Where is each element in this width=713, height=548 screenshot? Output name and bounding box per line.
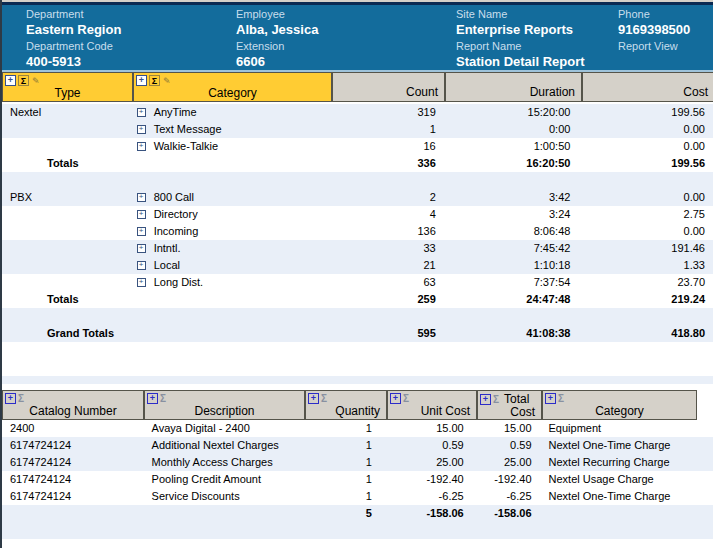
cell-cost: 0.00	[580, 121, 713, 138]
info-field-label: Report Name	[456, 40, 618, 53]
column-header-unit-cost[interactable]: + Σ Unit Cost	[387, 390, 477, 420]
cell-duration: 1:10:18	[444, 257, 581, 274]
cell-quantity: 1	[304, 471, 386, 488]
cell-type	[2, 121, 133, 138]
cell-totals-label: Totals	[2, 291, 133, 308]
column-header-quantity[interactable]: + Σ Quantity	[305, 390, 387, 420]
cell-count: 336	[331, 155, 444, 172]
expand-icon[interactable]: +	[137, 244, 146, 253]
cell-unit-cost: 0.59	[386, 437, 476, 454]
column-label-cost: Cost	[583, 85, 713, 101]
column-header-cost[interactable]: Cost	[582, 72, 713, 102]
spacer-row	[2, 172, 713, 189]
expand-all-icon[interactable]: +	[5, 75, 16, 86]
cell-type: Nextel	[2, 104, 133, 121]
cell-cost: 0.00	[580, 223, 713, 240]
cell-cost: 199.56	[580, 104, 713, 121]
table-row: +Intntl.337:45:42191.46	[2, 240, 713, 257]
table-row: +Incoming1368:06:480.00	[2, 223, 713, 240]
cell-duration: 24:47:48	[444, 291, 581, 308]
column-header-total-cost[interactable]: + Σ Total Cost	[477, 390, 542, 420]
cell-totals-label: Totals	[2, 155, 133, 172]
cell-description: Avaya Digital - 2400	[144, 420, 305, 437]
expand-icon[interactable]: +	[137, 227, 146, 236]
cell-cost: 0.00	[580, 189, 713, 206]
cell-category: Nextel One-Time Charge	[541, 437, 713, 454]
cell-type	[2, 274, 133, 291]
cell-totals-label: Grand Totals	[2, 325, 133, 342]
expand-all-icon[interactable]: +	[308, 393, 319, 404]
column-header-type[interactable]: + Σ ✎ Type	[2, 72, 133, 102]
expand-icon[interactable]: +	[137, 278, 146, 287]
cell-duration: 16:20:50	[444, 155, 581, 172]
sum-icon[interactable]: Σ	[18, 393, 24, 404]
info-field: Site NameEnterprise Reports	[456, 8, 618, 40]
cell-category	[133, 155, 331, 172]
cell-catalog-number	[2, 505, 144, 522]
column-label-cost: Cost	[478, 405, 541, 421]
sum-icon[interactable]: Σ	[160, 393, 166, 404]
cell-quantity: 1	[304, 420, 386, 437]
cell-category-label: AnyTime	[154, 104, 197, 121]
pivot-pencil-icon[interactable]: ✎	[32, 76, 40, 86]
cell-type	[2, 138, 133, 155]
sum-icon[interactable]: Σ	[493, 394, 499, 405]
pivot-pencil-icon[interactable]: ✎	[163, 76, 171, 86]
cell-category	[133, 291, 331, 308]
column-header-category[interactable]: + Σ Category	[542, 390, 697, 420]
expand-all-icon[interactable]: +	[545, 393, 556, 404]
column-label-duration: Duration	[446, 85, 581, 101]
column-header-duration[interactable]: Duration	[445, 72, 582, 102]
table-row: 6174724124Additional Nextel Charges10.59…	[2, 437, 713, 454]
cell-cost: 2.75	[580, 206, 713, 223]
table-row: Totals33616:20:50199.56	[2, 155, 713, 172]
info-field-value: Alba, Jessica	[236, 22, 456, 37]
cell-total-cost: -6.25	[476, 488, 541, 505]
info-field-label: Department	[26, 8, 236, 21]
expand-icon[interactable]: +	[137, 210, 146, 219]
expand-all-icon[interactable]: +	[480, 394, 491, 405]
expand-all-icon[interactable]: +	[147, 393, 158, 404]
expand-icon[interactable]: +	[137, 108, 146, 117]
cell-type: PBX	[2, 189, 133, 206]
cell-total-cost-total: -158.06	[476, 505, 541, 522]
detail-table-body: 2400Avaya Digital - 2400115.0015.00Equip…	[2, 420, 713, 522]
summary-table-body: Nextel+AnyTime31915:20:00199.56+Text Mes…	[2, 104, 713, 376]
info-field: Report View	[618, 40, 713, 73]
stripe-band	[2, 522, 713, 539]
info-field-value: 400-5913	[26, 54, 236, 69]
sum-icon[interactable]: Σ	[149, 75, 160, 86]
cell-type	[2, 223, 133, 240]
cell-category-label: Incoming	[154, 223, 199, 240]
expand-icon[interactable]: +	[137, 125, 146, 134]
cell-count: 136	[331, 223, 444, 240]
sum-icon[interactable]: Σ	[403, 393, 409, 404]
sum-icon[interactable]: Σ	[18, 75, 29, 86]
expand-icon[interactable]: +	[137, 193, 146, 202]
info-field-label: Extension	[236, 40, 456, 53]
column-header-description[interactable]: + Σ Description	[144, 390, 305, 420]
cell-catalog-number: 2400	[2, 420, 144, 437]
sum-icon[interactable]: Σ	[558, 393, 564, 404]
expand-all-icon[interactable]: +	[136, 75, 147, 86]
expand-icon[interactable]: +	[137, 261, 146, 270]
spacer-row	[2, 359, 713, 376]
cell-duration: 3:24	[444, 206, 581, 223]
info-field: Report NameStation Detail Report	[456, 40, 618, 73]
cell-unit-cost-total: -158.06	[386, 505, 476, 522]
column-header-category[interactable]: + Σ ✎ Category	[133, 72, 332, 102]
sum-icon[interactable]: Σ	[321, 393, 327, 404]
cell-unit-cost: 15.00	[386, 420, 476, 437]
expand-icon[interactable]: +	[137, 142, 146, 151]
column-label-quantity: Quantity	[306, 404, 386, 420]
column-label-type: Type	[3, 86, 132, 102]
column-header-catalog-number[interactable]: + Σ Catalog Number	[2, 390, 144, 420]
cell-category-label: 800 Call	[154, 189, 194, 206]
cell-duration: 15:20:00	[444, 104, 581, 121]
column-header-count[interactable]: Count	[332, 72, 445, 102]
cell-category: +Text Message	[133, 121, 331, 138]
cell-cost: 199.56	[580, 155, 713, 172]
expand-all-icon[interactable]: +	[390, 393, 401, 404]
expand-all-icon[interactable]: +	[5, 393, 16, 404]
info-field-value: 6606	[236, 54, 456, 69]
